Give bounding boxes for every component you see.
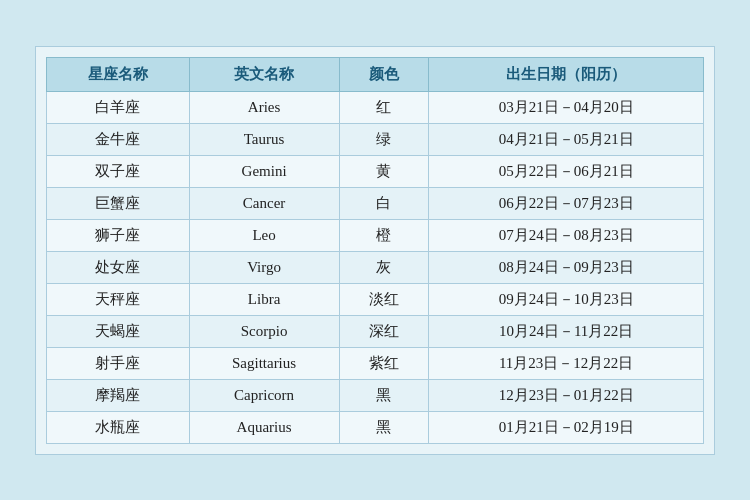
table-row: 天秤座Libra淡红09月24日－10月23日 xyxy=(47,283,704,315)
cell-color: 深红 xyxy=(339,315,429,347)
zodiac-table: 星座名称 英文名称 颜色 出生日期（阳历） 白羊座Aries红03月21日－04… xyxy=(46,57,704,444)
table-row: 双子座Gemini黄05月22日－06月21日 xyxy=(47,155,704,187)
cell-color: 黑 xyxy=(339,411,429,443)
cell-zh-name: 白羊座 xyxy=(47,91,190,123)
cell-en-name: Taurus xyxy=(189,123,339,155)
cell-date: 12月23日－01月22日 xyxy=(429,379,704,411)
header-en-name: 英文名称 xyxy=(189,57,339,91)
cell-zh-name: 天蝎座 xyxy=(47,315,190,347)
cell-en-name: Leo xyxy=(189,219,339,251)
table-row: 摩羯座Capricorn黑12月23日－01月22日 xyxy=(47,379,704,411)
cell-zh-name: 射手座 xyxy=(47,347,190,379)
cell-zh-name: 摩羯座 xyxy=(47,379,190,411)
cell-en-name: Scorpio xyxy=(189,315,339,347)
cell-zh-name: 巨蟹座 xyxy=(47,187,190,219)
cell-date: 08月24日－09月23日 xyxy=(429,251,704,283)
cell-date: 05月22日－06月21日 xyxy=(429,155,704,187)
table-row: 水瓶座Aquarius黑01月21日－02月19日 xyxy=(47,411,704,443)
cell-color: 绿 xyxy=(339,123,429,155)
table-header-row: 星座名称 英文名称 颜色 出生日期（阳历） xyxy=(47,57,704,91)
cell-en-name: Libra xyxy=(189,283,339,315)
cell-zh-name: 狮子座 xyxy=(47,219,190,251)
cell-zh-name: 水瓶座 xyxy=(47,411,190,443)
table-row: 白羊座Aries红03月21日－04月20日 xyxy=(47,91,704,123)
cell-date: 10月24日－11月22日 xyxy=(429,315,704,347)
table-row: 狮子座Leo橙07月24日－08月23日 xyxy=(47,219,704,251)
table-row: 巨蟹座Cancer白06月22日－07月23日 xyxy=(47,187,704,219)
cell-zh-name: 金牛座 xyxy=(47,123,190,155)
cell-zh-name: 天秤座 xyxy=(47,283,190,315)
cell-date: 06月22日－07月23日 xyxy=(429,187,704,219)
cell-en-name: Cancer xyxy=(189,187,339,219)
cell-zh-name: 双子座 xyxy=(47,155,190,187)
zodiac-table-wrapper: 星座名称 英文名称 颜色 出生日期（阳历） 白羊座Aries红03月21日－04… xyxy=(35,46,715,455)
cell-date: 11月23日－12月22日 xyxy=(429,347,704,379)
cell-en-name: Aquarius xyxy=(189,411,339,443)
header-color: 颜色 xyxy=(339,57,429,91)
cell-en-name: Virgo xyxy=(189,251,339,283)
cell-date: 09月24日－10月23日 xyxy=(429,283,704,315)
cell-date: 03月21日－04月20日 xyxy=(429,91,704,123)
cell-en-name: Gemini xyxy=(189,155,339,187)
cell-date: 04月21日－05月21日 xyxy=(429,123,704,155)
cell-en-name: Capricorn xyxy=(189,379,339,411)
cell-en-name: Sagittarius xyxy=(189,347,339,379)
header-date: 出生日期（阳历） xyxy=(429,57,704,91)
cell-en-name: Aries xyxy=(189,91,339,123)
cell-color: 紫红 xyxy=(339,347,429,379)
cell-color: 橙 xyxy=(339,219,429,251)
table-row: 天蝎座Scorpio深红10月24日－11月22日 xyxy=(47,315,704,347)
cell-color: 红 xyxy=(339,91,429,123)
cell-color: 黄 xyxy=(339,155,429,187)
header-zh-name: 星座名称 xyxy=(47,57,190,91)
table-row: 射手座Sagittarius紫红11月23日－12月22日 xyxy=(47,347,704,379)
cell-zh-name: 处女座 xyxy=(47,251,190,283)
cell-date: 07月24日－08月23日 xyxy=(429,219,704,251)
table-row: 处女座Virgo灰08月24日－09月23日 xyxy=(47,251,704,283)
cell-color: 灰 xyxy=(339,251,429,283)
cell-color: 黑 xyxy=(339,379,429,411)
table-row: 金牛座Taurus绿04月21日－05月21日 xyxy=(47,123,704,155)
cell-color: 淡红 xyxy=(339,283,429,315)
cell-color: 白 xyxy=(339,187,429,219)
cell-date: 01月21日－02月19日 xyxy=(429,411,704,443)
